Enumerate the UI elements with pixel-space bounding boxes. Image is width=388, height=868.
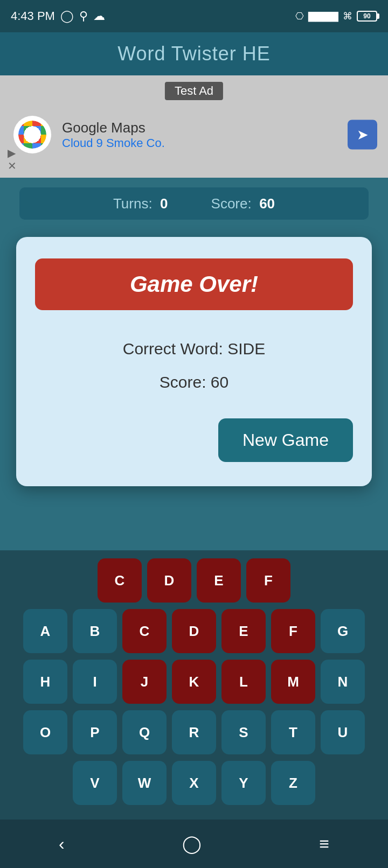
game-over-dialog: Game Over! Correct Word: SIDE Score: 60 … <box>16 237 372 486</box>
key-F2[interactable]: F <box>271 609 315 653</box>
key-F[interactable]: F <box>246 558 290 603</box>
key-S[interactable]: S <box>221 710 266 754</box>
arrow-icon: ➤ <box>357 127 369 143</box>
signal-icon: ▇▇▇▇ <box>308 10 338 22</box>
close-icon[interactable]: ✕ <box>8 160 17 171</box>
status-bar-left: 4:43 PM ◯ ⚲ ☁ <box>11 9 105 23</box>
key-H[interactable]: H <box>23 660 67 704</box>
ad-text: Google Maps Cloud 9 Smoke Co. <box>62 120 165 150</box>
key-G[interactable]: G <box>321 609 365 653</box>
ad-logo <box>13 116 51 153</box>
cloud-icon: ☁ <box>93 9 105 23</box>
ad-arrow-button[interactable]: ➤ <box>348 120 377 150</box>
key-D[interactable]: D <box>147 558 191 603</box>
whatsapp-icon: ◯ <box>60 9 74 23</box>
key-D2[interactable]: D <box>172 609 216 653</box>
vibrate-icon: ⎔ <box>295 10 304 22</box>
game-over-text: Game Over! <box>130 271 258 297</box>
time-display: 4:43 PM <box>11 9 55 23</box>
new-game-button[interactable]: New Game <box>218 418 353 462</box>
key-Y[interactable]: Y <box>221 761 266 805</box>
google-maps-icon <box>18 121 46 149</box>
score-value: 60 <box>259 195 275 212</box>
key-C[interactable]: C <box>98 558 142 603</box>
key-L[interactable]: L <box>221 660 266 704</box>
keyboard-area: C D E F A B C D E F G H I J K L M N O P … <box>0 550 388 820</box>
key-R[interactable]: R <box>172 710 216 754</box>
dialog-score-display: Score: 60 <box>35 373 353 391</box>
key-E[interactable]: E <box>197 558 241 603</box>
score-bar: Turns: 0 Score: 60 <box>19 187 369 220</box>
key-J[interactable]: J <box>122 660 167 704</box>
game-over-button: Game Over! <box>35 258 353 310</box>
correct-word-display: Correct Word: SIDE <box>35 340 353 358</box>
keyboard-row-1: C D E F <box>5 558 383 603</box>
ad-subtitle: Cloud 9 Smoke Co. <box>62 136 165 150</box>
key-K[interactable]: K <box>172 660 216 704</box>
ad-label: Test Ad <box>165 82 223 100</box>
home-button[interactable]: ◯ <box>166 828 218 859</box>
back-button[interactable]: ‹ <box>43 829 81 859</box>
menu-button[interactable]: ≡ <box>303 829 345 859</box>
key-C2[interactable]: C <box>122 609 167 653</box>
play-icon[interactable]: ▶ <box>8 148 17 158</box>
key-T[interactable]: T <box>271 710 315 754</box>
key-Q[interactable]: Q <box>122 710 167 754</box>
status-bar: 4:43 PM ◯ ⚲ ☁ ⎔ ▇▇▇▇ ⌘ 90 <box>0 0 388 32</box>
ad-banner: Test Ad Google Maps Cloud 9 Smoke Co. ➤ … <box>0 75 388 178</box>
turns-label: Turns: 0 <box>113 195 168 212</box>
key-X[interactable]: X <box>172 761 216 805</box>
keyboard-row-3: O P Q R S T U <box>5 710 383 754</box>
key-P[interactable]: P <box>73 710 117 754</box>
wifi-icon: ⌘ <box>343 10 352 22</box>
score-label: Score: 60 <box>211 195 275 212</box>
key-M[interactable]: M <box>271 660 315 704</box>
key-W[interactable]: W <box>122 761 167 805</box>
key-U[interactable]: U <box>321 710 365 754</box>
battery-icon: 90 <box>357 11 377 22</box>
key-V[interactable]: V <box>73 761 117 805</box>
key-A[interactable]: A <box>23 609 67 653</box>
key-B[interactable]: B <box>73 609 117 653</box>
ad-company: Google Maps <box>62 120 165 136</box>
ad-controls: ▶ ✕ <box>8 148 17 171</box>
keyboard-row-1-full: A B C D E F G <box>5 609 383 653</box>
usb-icon: ⚲ <box>79 9 88 23</box>
app-title: Word Twister HE <box>117 43 271 65</box>
turns-value: 0 <box>160 195 168 212</box>
key-N[interactable]: N <box>321 660 365 704</box>
nav-bar: ‹ ◯ ≡ <box>0 820 388 868</box>
key-E2[interactable]: E <box>221 609 266 653</box>
keyboard-row-4: V W X Y Z <box>5 761 383 805</box>
key-O[interactable]: O <box>23 710 67 754</box>
key-I[interactable]: I <box>73 660 117 704</box>
key-Z[interactable]: Z <box>271 761 315 805</box>
keyboard-row-2: H I J K L M N <box>5 660 383 704</box>
status-bar-right: ⎔ ▇▇▇▇ ⌘ 90 <box>295 10 377 22</box>
app-title-bar: Word Twister HE <box>0 32 388 75</box>
